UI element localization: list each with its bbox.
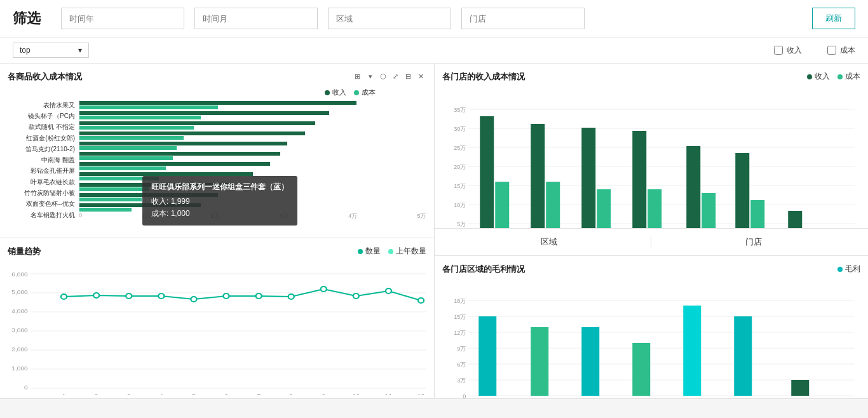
p6-bar bbox=[734, 316, 752, 396]
dot-7 bbox=[256, 293, 262, 299]
p2-bar bbox=[531, 327, 548, 396]
last-year-label: 上年数量 bbox=[396, 246, 426, 257]
store-cost-dot bbox=[837, 74, 843, 79]
profit-dot bbox=[837, 267, 843, 272]
py-0: 0 bbox=[463, 393, 466, 399]
close-icon[interactable]: ✕ bbox=[416, 71, 426, 81]
s1-rev-bar bbox=[480, 116, 494, 229]
revenue-bar-0 bbox=[79, 101, 356, 105]
sy-15: 15万 bbox=[454, 183, 466, 189]
sy-35: 35万 bbox=[454, 107, 466, 113]
cost-legend: 成本 bbox=[354, 88, 376, 97]
trend-legend: 数量 上年数量 bbox=[358, 246, 426, 257]
p5-bar bbox=[683, 306, 701, 396]
cost-label: 成本 bbox=[840, 45, 855, 56]
y-2000: 2,000 bbox=[11, 346, 28, 353]
store-cost-label: 成本 bbox=[845, 71, 860, 82]
gross-profit-title: 各门店区域的毛利情况 bbox=[442, 264, 861, 275]
dot-9 bbox=[321, 287, 327, 292]
region-filter[interactable] bbox=[328, 8, 451, 29]
label-10: 名车钥匙打火机 bbox=[8, 211, 79, 220]
cost-bar-8 bbox=[79, 187, 149, 191]
cost-bar-2 bbox=[79, 126, 194, 130]
cost-bar-9 bbox=[79, 198, 142, 201]
dot-2 bbox=[93, 293, 99, 298]
s6-rev-bar bbox=[735, 153, 749, 229]
revenue-bar-2 bbox=[79, 121, 315, 125]
revenue-dot bbox=[325, 90, 330, 95]
cost-dot bbox=[354, 90, 359, 95]
py-3: 3万 bbox=[457, 377, 466, 384]
store-tab[interactable]: 门店 bbox=[735, 234, 772, 250]
label-8: 竹竹炭防辐射小被 bbox=[8, 189, 79, 198]
cost-checkbox-input[interactable] bbox=[827, 46, 836, 55]
store-bar-chart-svg: 35万 30万 25万 20万 15万 10万 5万 0 bbox=[442, 103, 861, 229]
tooltip-revenue-label: 收入: bbox=[151, 197, 168, 206]
expand-icon[interactable]: ⤢ bbox=[391, 71, 401, 81]
x-label-9: 9 bbox=[322, 393, 325, 394]
s3-cost-bar bbox=[597, 189, 611, 229]
label-5: 中南海 翻盖 bbox=[8, 156, 79, 165]
y-6000: 6,000 bbox=[11, 271, 28, 278]
revenue-legend: 收入 bbox=[325, 88, 346, 97]
s4-rev-bar bbox=[632, 131, 646, 229]
p1-bar bbox=[478, 316, 496, 396]
store-rev-dot bbox=[807, 74, 812, 79]
revenue-checkbox-input[interactable] bbox=[774, 46, 783, 55]
s7-rev-bar bbox=[788, 211, 802, 229]
last-year-legend: 上年数量 bbox=[388, 246, 426, 257]
revenue-bar-6 bbox=[79, 162, 270, 166]
cost-bar-4 bbox=[79, 146, 177, 150]
region-tab[interactable]: 区域 bbox=[531, 234, 567, 250]
hbar-bars-area: 0 1万 2万 3万 4万 5万 旺旺俱乐部系列一迷你组盒三件套（蓝） 收入: … bbox=[79, 100, 426, 220]
y-4000: 4,000 bbox=[11, 308, 28, 314]
quantity-legend: 数量 bbox=[358, 246, 381, 257]
s4-cost-bar bbox=[648, 189, 661, 229]
quantity-label: 数量 bbox=[365, 246, 381, 257]
tooltip-cost-label: 成本: bbox=[151, 209, 168, 218]
line-chart-svg: 6,000 5,000 4,000 3,000 2,000 1,000 0 bbox=[8, 267, 426, 394]
dot-8 bbox=[288, 294, 294, 299]
gross-profit-section: 各门店区域的毛利情况 毛利 18万 15万 12万 9万 6万 3万 0 bbox=[435, 256, 869, 399]
store-filter[interactable] bbox=[461, 8, 585, 29]
sy-20: 20万 bbox=[454, 164, 466, 170]
x-label-7: 7 bbox=[257, 393, 261, 394]
bar-row-4 bbox=[79, 142, 426, 150]
refresh-button[interactable]: 刷新 bbox=[812, 8, 855, 29]
p3-bar bbox=[581, 327, 599, 396]
revenue-checkbox[interactable]: 收入 bbox=[774, 45, 802, 56]
tooltip-cost: 成本: 1,000 bbox=[151, 208, 288, 220]
py-18: 18万 bbox=[454, 298, 466, 304]
profit-legend: 毛利 bbox=[837, 264, 860, 274]
x-label-3: 3 bbox=[127, 393, 131, 394]
y-0: 0 bbox=[24, 384, 28, 391]
year-filter[interactable] bbox=[61, 8, 184, 29]
s2-rev-bar bbox=[531, 124, 545, 229]
filter-icon[interactable]: ▾ bbox=[365, 71, 376, 81]
region-tab-container: 区域 bbox=[447, 234, 651, 250]
cost-bar-5 bbox=[79, 156, 173, 160]
label-1: 镜头杯子（PC内 bbox=[8, 112, 79, 121]
page-title: 筛选 bbox=[13, 9, 51, 28]
dot-11 bbox=[386, 288, 391, 293]
label-6: 彩钻金孔雀开屏 bbox=[8, 166, 79, 175]
cost-bar-3 bbox=[79, 136, 184, 140]
py-12: 12万 bbox=[454, 330, 466, 336]
cost-checkbox[interactable]: 成本 bbox=[827, 45, 855, 56]
store-rev-label: 收入 bbox=[815, 71, 830, 82]
x-4: 4万 bbox=[348, 212, 357, 220]
right-panel: 各门店的收入成本情况 收入 成本 35万 30万 25万 20万 15万 10万 bbox=[435, 64, 869, 399]
month-filter[interactable] bbox=[194, 8, 318, 29]
label-3: 红酒金(粉红女郎) bbox=[8, 134, 79, 143]
top-select[interactable]: top ▾ bbox=[13, 43, 89, 58]
x-label-11: 11 bbox=[385, 393, 392, 394]
menu-icon[interactable]: ⊟ bbox=[403, 71, 414, 81]
py-6: 6万 bbox=[457, 361, 466, 368]
table-icon[interactable]: ⊞ bbox=[353, 71, 363, 81]
product-revenue-cost-section: 各商品收入成本情况 ⊞ ▾ ⬡ ⤢ ⊟ ✕ 收入 成本 bbox=[0, 64, 434, 238]
s1-cost-bar bbox=[495, 182, 509, 229]
store-revenue-legend: 收入 bbox=[807, 71, 830, 82]
s6-cost-bar bbox=[750, 200, 764, 229]
download-icon[interactable]: ⬡ bbox=[378, 71, 388, 81]
last-year-dot bbox=[388, 249, 393, 254]
